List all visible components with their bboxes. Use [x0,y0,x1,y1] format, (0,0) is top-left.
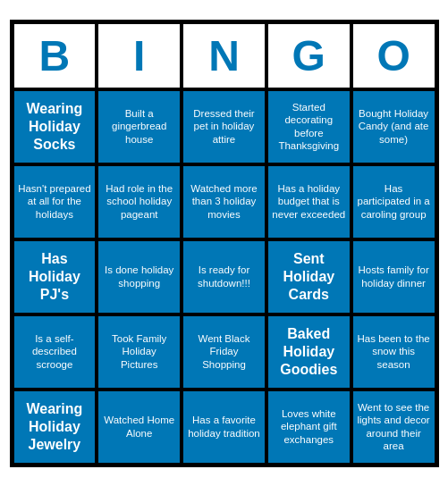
bingo-cell-2[interactable]: Dressed their pet in holiday attire [182,89,266,164]
bingo-cell-9[interactable]: Has participated in a caroling group [351,164,436,239]
bingo-cell-11[interactable]: Is done holiday shopping [97,239,182,314]
bingo-cell-3[interactable]: Started decorating before Thanksgiving [266,89,351,164]
bingo-cell-15[interactable]: Is a self-described scrooge [13,314,97,390]
bingo-cell-18[interactable]: Baked Holiday Goodies [266,314,351,390]
bingo-cell-7[interactable]: Watched more than 3 holiday movies [182,164,266,239]
bingo-cell-19[interactable]: Has been to the snow this season [351,314,436,390]
bingo-cell-10[interactable]: Has Holiday PJ's [13,239,97,314]
bingo-cell-17[interactable]: Went Black Friday Shopping [182,314,266,390]
bingo-cell-8[interactable]: Has a holiday budget that is never excee… [266,164,351,239]
bingo-cell-22[interactable]: Has a favorite holiday tradition [182,390,266,465]
bingo-card: BINGO Wearing Holiday SocksBuilt a ginge… [10,20,439,467]
bingo-cell-13[interactable]: Sent Holiday Cards [266,239,351,314]
bingo-letter-o: O [351,22,436,89]
bingo-grid: Wearing Holiday SocksBuilt a gingerbread… [13,89,436,465]
bingo-cell-6[interactable]: Had role in the school holiday pageant [97,164,182,239]
bingo-letter-g: G [266,22,351,89]
bingo-letter-i: I [97,22,182,89]
bingo-letter-b: B [13,22,97,89]
bingo-cell-21[interactable]: Watched Home Alone [97,390,182,465]
bingo-cell-12[interactable]: Is ready for shutdown!!! [182,239,266,314]
bingo-cell-16[interactable]: Took Family Holiday Pictures [97,314,182,390]
bingo-cell-4[interactable]: Bought Holiday Candy (and ate some) [351,89,436,164]
bingo-cell-23[interactable]: Loves white elephant gift exchanges [266,390,351,465]
bingo-cell-5[interactable]: Hasn't prepared at all for the holidays [13,164,97,239]
bingo-header: BINGO [13,22,436,89]
bingo-cell-1[interactable]: Built a gingerbread house [97,89,182,164]
bingo-cell-14[interactable]: Hosts family for holiday dinner [351,239,436,314]
bingo-cell-0[interactable]: Wearing Holiday Socks [13,89,97,164]
bingo-cell-24[interactable]: Went to see the lights and decor around … [351,390,436,465]
bingo-cell-20[interactable]: Wearing Holiday Jewelry [13,390,97,465]
bingo-letter-n: N [182,22,266,89]
